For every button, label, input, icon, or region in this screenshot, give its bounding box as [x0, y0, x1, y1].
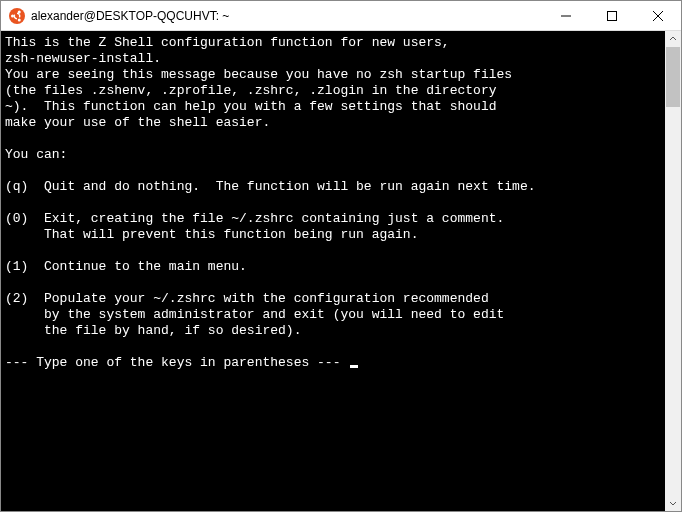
cursor-icon [350, 365, 358, 368]
ubuntu-icon [9, 8, 25, 24]
terminal-output[interactable]: This is the Z Shell configuration functi… [1, 31, 665, 511]
svg-rect-4 [608, 11, 617, 20]
scroll-down-button[interactable] [665, 495, 681, 511]
minimize-icon [561, 11, 571, 21]
terminal-text: This is the Z Shell configuration functi… [5, 35, 536, 338]
window-title: alexander@DESKTOP-QQCUHVT: ~ [31, 9, 229, 23]
window-titlebar: alexander@DESKTOP-QQCUHVT: ~ [1, 1, 681, 31]
close-icon [653, 11, 663, 21]
terminal-area: This is the Z Shell configuration functi… [1, 31, 681, 511]
terminal-prompt: --- Type one of the keys in parentheses … [5, 355, 348, 370]
chevron-up-icon [669, 35, 677, 43]
maximize-button[interactable] [589, 1, 635, 31]
chevron-down-icon [669, 499, 677, 507]
maximize-icon [607, 11, 617, 21]
close-button[interactable] [635, 1, 681, 31]
minimize-button[interactable] [543, 1, 589, 31]
vertical-scrollbar[interactable] [665, 31, 681, 511]
scroll-up-button[interactable] [665, 31, 681, 47]
scroll-thumb[interactable] [666, 47, 680, 107]
